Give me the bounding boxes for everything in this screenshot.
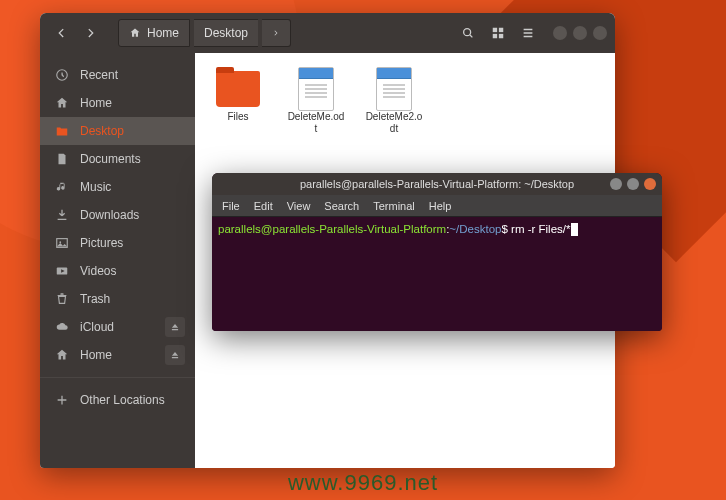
home-icon — [54, 95, 70, 111]
svg-point-7 — [59, 241, 61, 243]
prompt-command: rm -r Files/* — [511, 223, 570, 235]
sidebar-item-trash[interactable]: Trash — [40, 285, 195, 313]
picture-icon — [54, 235, 70, 251]
sidebar-item-other-locations[interactable]: Other Locations — [40, 377, 195, 413]
trash-icon — [54, 291, 70, 307]
sidebar-item-pictures[interactable]: Pictures — [40, 229, 195, 257]
terminal-titlebar[interactable]: parallels@parallels-Parallels-Virtual-Pl… — [212, 173, 662, 195]
eject-button[interactable] — [165, 345, 185, 365]
sidebar-item-home[interactable]: Home — [40, 341, 195, 369]
path-more[interactable] — [262, 19, 291, 47]
sidebar-item-label: Music — [80, 180, 111, 194]
clock-icon — [54, 67, 70, 83]
terminal-minimize-button[interactable] — [610, 178, 622, 190]
terminal-maximize-button[interactable] — [627, 178, 639, 190]
cloud-icon — [54, 319, 70, 335]
sidebar-item-label: Documents — [80, 152, 141, 166]
menu-view[interactable]: View — [287, 200, 311, 212]
sidebar-item-recent[interactable]: Recent — [40, 61, 195, 89]
prompt-host: parallels-Parallels-Virtual-Platform — [273, 223, 447, 235]
menu-search[interactable]: Search — [324, 200, 359, 212]
document-icon — [298, 67, 334, 111]
path-home[interactable]: Home — [118, 19, 190, 47]
sidebar-item-label: Pictures — [80, 236, 123, 250]
prompt-path: ~/Desktop — [449, 223, 501, 235]
file-manager-header: Home Desktop — [40, 13, 615, 53]
svg-rect-4 — [499, 34, 503, 38]
folder-icon — [216, 71, 260, 107]
terminal-title: parallels@parallels-Parallels-Virtual-Pl… — [300, 178, 574, 190]
svg-rect-2 — [499, 28, 503, 32]
path-current[interactable]: Desktop — [194, 19, 258, 47]
doc-icon — [54, 151, 70, 167]
sidebar-item-label: Desktop — [80, 124, 124, 138]
folder-icon — [54, 123, 70, 139]
terminal-body[interactable]: parallels@parallels-Parallels-Virtual-Pl… — [212, 217, 662, 331]
prompt-user: parallels — [218, 223, 261, 235]
sidebar-item-label: Home — [80, 96, 112, 110]
menu-help[interactable]: Help — [429, 200, 452, 212]
sidebar: RecentHomeDesktopDocumentsMusicDownloads… — [40, 53, 195, 468]
sidebar-item-desktop[interactable]: Desktop — [40, 117, 195, 145]
document-icon — [376, 67, 412, 111]
hamburger-button[interactable] — [515, 20, 541, 46]
sidebar-item-icloud[interactable]: iCloud — [40, 313, 195, 341]
back-button[interactable] — [48, 20, 74, 46]
sidebar-item-home[interactable]: Home — [40, 89, 195, 117]
sidebar-item-label: iCloud — [80, 320, 114, 334]
sidebar-item-label: Recent — [80, 68, 118, 82]
view-grid-button[interactable] — [485, 20, 511, 46]
svg-point-0 — [464, 29, 471, 36]
file-item-deleteme2-odt[interactable]: DeleteMe2.odt — [365, 67, 423, 135]
cursor — [571, 223, 578, 236]
file-label: DeleteMe.odt — [287, 111, 345, 135]
svg-rect-1 — [493, 28, 497, 32]
menu-file[interactable]: File — [222, 200, 240, 212]
music-icon — [54, 179, 70, 195]
video-icon — [54, 263, 70, 279]
search-button[interactable] — [455, 20, 481, 46]
path-home-label: Home — [147, 26, 179, 40]
sidebar-item-label: Other Locations — [80, 393, 165, 407]
minimize-button[interactable] — [553, 26, 567, 40]
watermark: www.9969.net — [0, 470, 726, 496]
sidebar-item-videos[interactable]: Videos — [40, 257, 195, 285]
sidebar-item-label: Trash — [80, 292, 110, 306]
terminal-close-button[interactable] — [644, 178, 656, 190]
terminal-menubar: FileEditViewSearchTerminalHelp — [212, 195, 662, 217]
sidebar-item-downloads[interactable]: Downloads — [40, 201, 195, 229]
file-label: DeleteMe2.odt — [365, 111, 423, 135]
eject-button[interactable] — [165, 317, 185, 337]
sidebar-item-documents[interactable]: Documents — [40, 145, 195, 173]
terminal-window: parallels@parallels-Parallels-Virtual-Pl… — [212, 173, 662, 331]
sidebar-item-music[interactable]: Music — [40, 173, 195, 201]
close-button[interactable] — [593, 26, 607, 40]
plus-icon — [54, 392, 70, 408]
file-item-deleteme-odt[interactable]: DeleteMe.odt — [287, 67, 345, 135]
download-icon — [54, 207, 70, 223]
menu-terminal[interactable]: Terminal — [373, 200, 415, 212]
maximize-button[interactable] — [573, 26, 587, 40]
file-label: Files — [227, 111, 248, 123]
menu-edit[interactable]: Edit — [254, 200, 273, 212]
home-icon — [54, 347, 70, 363]
sidebar-item-label: Home — [80, 348, 112, 362]
file-item-files[interactable]: Files — [209, 67, 267, 123]
sidebar-item-label: Videos — [80, 264, 116, 278]
forward-button[interactable] — [78, 20, 104, 46]
svg-rect-3 — [493, 34, 497, 38]
sidebar-item-label: Downloads — [80, 208, 139, 222]
